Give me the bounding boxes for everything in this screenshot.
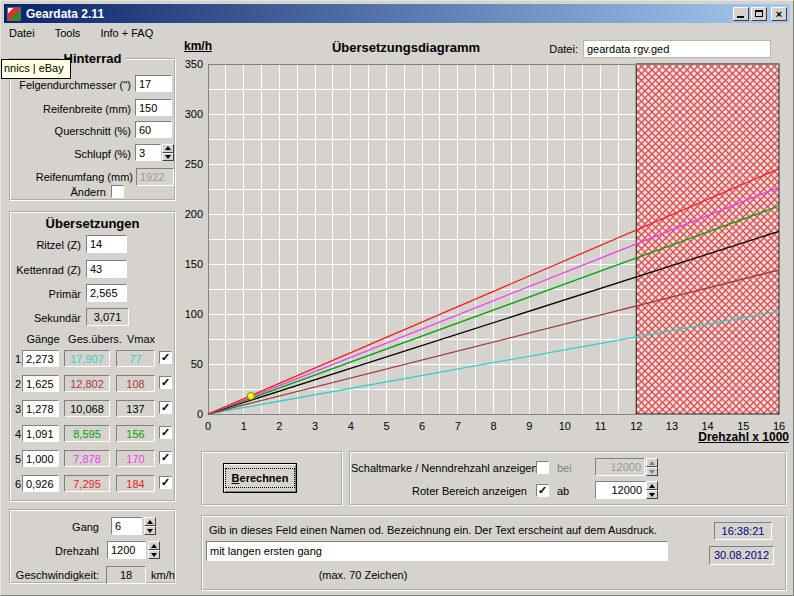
gear-total-ratio: 10,068 — [64, 400, 110, 417]
kettenrad-input[interactable] — [86, 260, 127, 278]
spin-down-icon[interactable] — [148, 550, 160, 559]
app-window: Geardata 2.11 × DateiToolsInfo + FAQ nni… — [0, 0, 794, 596]
gear-total-ratio: 12,802 — [64, 375, 110, 392]
svg-text:10: 10 — [559, 420, 571, 432]
menu-item-info-faq[interactable]: Info + FAQ — [96, 25, 161, 42]
svg-text:100: 100 — [185, 308, 203, 320]
gear-ratio-input[interactable] — [22, 450, 59, 467]
svg-text:8: 8 — [490, 420, 496, 432]
gear-visible-checkbox[interactable] — [159, 351, 172, 364]
schlupf-input[interactable] — [135, 144, 161, 161]
spin-down-icon[interactable] — [646, 467, 658, 476]
gear-number: 1 — [13, 353, 21, 365]
spin-up-icon[interactable] — [646, 458, 658, 467]
roter-rpm-spinner[interactable] — [646, 481, 658, 499]
schaltmarke-label: Schaltmarke / Nenndrehzahl anzeigen — [351, 462, 527, 474]
gear-ratio-input[interactable] — [22, 425, 59, 442]
maximize-button[interactable] — [751, 7, 767, 21]
gesuebers-header: Ges.übers. — [67, 333, 123, 345]
felgendurchmesser-label: Felgendurchmesser ('') — [11, 79, 131, 91]
roter-bereich-label: Roter Bereich anzeigen — [351, 485, 527, 497]
spin-down-icon[interactable] — [162, 153, 174, 162]
drehzahl-label: Drehzahl — [11, 545, 99, 557]
gear-row-5: 57,878170 — [11, 450, 174, 470]
geschwindigkeit-label: Geschwindigkeit: — [11, 569, 99, 581]
roter-bereich-checkbox[interactable] — [536, 484, 549, 497]
gear-chart: 0123456789101112131415160501001502002503… — [176, 56, 794, 450]
spin-up-icon[interactable] — [144, 517, 156, 526]
close-button[interactable]: × — [771, 7, 787, 21]
menu-bar: DateiToolsInfo + FAQ — [5, 25, 169, 42]
hinterrad-group: Hinterrad Felgendurchmesser ('') Reifenb… — [9, 58, 176, 201]
reifenbreite-input[interactable] — [135, 99, 172, 116]
menu-item-tools[interactable]: Tools — [51, 25, 89, 42]
close-icon: × — [776, 9, 782, 19]
geschwindigkeit-value: 18 — [106, 566, 146, 584]
gear-visible-checkbox[interactable] — [159, 401, 172, 414]
svg-text:4: 4 — [348, 420, 354, 432]
reifenumfang-label: Reifenumfang (mm) — [11, 171, 133, 183]
gear-number: 6 — [13, 478, 21, 490]
file-label: Datei: — [512, 43, 578, 55]
ritzel-input[interactable] — [86, 235, 127, 253]
gang-spinner[interactable] — [144, 517, 156, 535]
berechnen-button[interactable]: Berechnen — [223, 463, 297, 493]
spin-up-icon[interactable] — [646, 481, 658, 490]
gang-input[interactable] — [111, 517, 142, 535]
yaxis-title: km/h — [184, 39, 212, 53]
minimize-button[interactable] — [733, 7, 749, 21]
spin-up-icon[interactable] — [148, 541, 160, 550]
svg-text:9: 9 — [526, 420, 532, 432]
max-chars-label: (max. 70 Zeichen) — [263, 569, 463, 581]
svg-text:1: 1 — [241, 420, 247, 432]
schaltmarke-checkbox[interactable] — [536, 461, 549, 474]
name-input[interactable] — [206, 541, 668, 561]
primaer-input[interactable] — [86, 284, 127, 302]
svg-text:250: 250 — [185, 158, 203, 170]
gear-ratio-input[interactable] — [22, 475, 59, 492]
aendern-checkbox[interactable] — [111, 185, 124, 198]
uebersetzungen-group-title: Übersetzungen — [42, 216, 144, 231]
spin-down-icon[interactable] — [646, 490, 658, 499]
gear-row-4: 48,595156 — [11, 425, 174, 445]
schaltmarke-prep-label: bei — [557, 462, 577, 474]
roter-prep-label: ab — [557, 485, 577, 497]
roter-rpm-input[interactable] — [595, 481, 646, 499]
felgendurchmesser-input[interactable] — [135, 75, 172, 92]
gear-ratio-input[interactable] — [22, 350, 59, 367]
vmax-header: Vmax — [123, 333, 159, 345]
reifenbreite-label: Reifenbreite (mm) — [11, 103, 131, 115]
options-box: Schaltmarke / Nenndrehzahl anzeigen bei … — [349, 451, 787, 506]
gear-row-3: 310,068137 — [11, 400, 174, 420]
xaxis-title: Drehzahl x 1000 — [601, 430, 789, 444]
menu-item-datei[interactable]: Datei — [5, 25, 43, 42]
gear-visible-checkbox[interactable] — [159, 476, 172, 489]
spin-down-icon[interactable] — [144, 526, 156, 535]
drehzahl-input[interactable] — [107, 541, 146, 559]
kettenrad-label: Kettenrad (Z) — [11, 264, 81, 276]
schaltmarke-rpm-spinner[interactable] — [646, 458, 658, 476]
svg-text:3: 3 — [312, 420, 318, 432]
gear-vmax: 108 — [116, 375, 155, 392]
svg-text:50: 50 — [191, 358, 203, 370]
gear-vmax: 170 — [116, 450, 155, 467]
spin-up-icon[interactable] — [162, 144, 174, 153]
gear-number: 3 — [13, 403, 21, 415]
sekundaer-value: 3,071 — [86, 308, 129, 326]
gear-visible-checkbox[interactable] — [159, 376, 172, 389]
gear-number: 5 — [13, 453, 21, 465]
schlupf-spinner[interactable] — [162, 144, 174, 161]
gear-ratio-input[interactable] — [22, 400, 59, 417]
gear-visible-checkbox[interactable] — [159, 451, 172, 464]
querschnitt-input[interactable] — [135, 121, 172, 138]
gear-visible-checkbox[interactable] — [159, 426, 172, 439]
window-title: Geardata 2.11 — [26, 7, 733, 21]
svg-text:5: 5 — [383, 420, 389, 432]
drehzahl-spinner[interactable] — [148, 541, 160, 559]
querschnitt-label: Querschnitt (%) — [11, 125, 131, 137]
gear-vmax: 156 — [116, 425, 155, 442]
title-bar[interactable]: Geardata 2.11 × — [4, 4, 790, 23]
svg-text:6: 6 — [419, 420, 425, 432]
gear-ratio-input[interactable] — [22, 375, 59, 392]
gear-number: 4 — [13, 428, 21, 440]
